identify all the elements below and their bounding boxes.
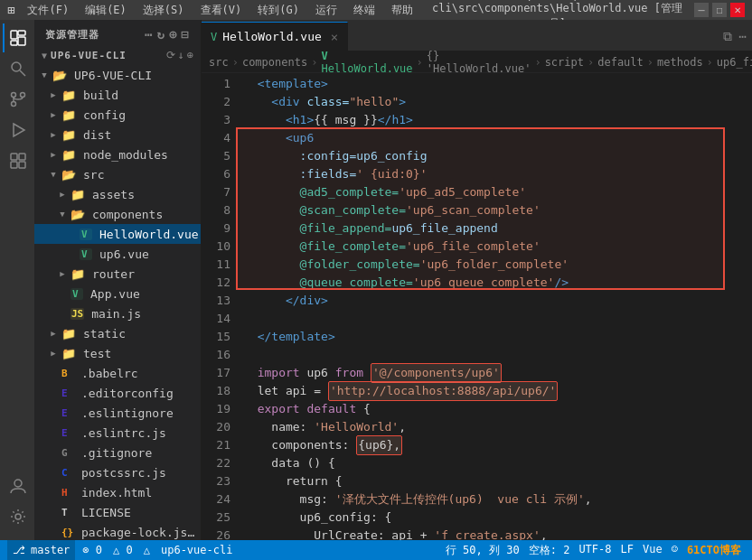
breadcrumb-method-name[interactable]: up6_file_complete — [717, 56, 752, 69]
tree-item-helloworld-vue[interactable]: VHelloWorld.vue — [34, 224, 201, 244]
new-folder-icon[interactable]: ⊕ — [187, 49, 193, 61]
tree-file-icon: 📁 — [61, 128, 76, 142]
breadcrumb-component-name[interactable]: {} 'HelloWorld.vue' — [427, 50, 531, 75]
code-line: msg: '泽优大文件上传控件(up6) vue cli 示例', — [243, 490, 752, 509]
tree-item-up6-vue-cli[interactable]: ▼📂UP6-VUE-CLI — [34, 65, 201, 85]
tree-item-up6-vue[interactable]: Vup6.vue — [34, 244, 201, 264]
tree-item-label: test — [83, 347, 201, 360]
split-editor-icon[interactable]: ⧉ — [721, 27, 734, 46]
code-line — [243, 310, 752, 328]
svg-rect-2 — [18, 37, 25, 45]
maximize-button[interactable]: □ — [712, 3, 727, 17]
tree-file-icon: B — [61, 368, 74, 379]
activity-account[interactable] — [3, 471, 32, 500]
refresh-icon[interactable]: ⟳ — [166, 49, 175, 61]
tree-item-app-vue[interactable]: VApp.vue — [34, 284, 201, 303]
code-token: export default — [243, 400, 363, 418]
activity-settings[interactable] — [3, 502, 32, 531]
breadcrumb: src › components › V HelloWorld.vue › {}… — [202, 51, 752, 73]
sidebar-icon-new-file[interactable]: ⊕ — [169, 27, 177, 42]
tree-item-dist[interactable]: ▶📁dist — [34, 125, 201, 145]
sidebar: 资源管理器 ⋯ ↻ ⊕ ⊟ ▼ UP6-VUE-CLI ⟳ ↓ ⊕ ▼📂UP6-… — [34, 20, 202, 540]
breadcrumb-default[interactable]: default — [597, 56, 644, 69]
code-token: </template> — [243, 328, 335, 346]
code-content[interactable]: <template> <div class="hello"> <h1>{{ ms… — [236, 73, 752, 540]
code-token: , — [399, 418, 406, 436]
tree-arrow: ▼ — [47, 170, 60, 179]
menu-file[interactable]: 文件(F) — [20, 1, 76, 20]
svg-rect-0 — [11, 31, 17, 39]
tree-item-license[interactable]: TLICENSE — [34, 502, 201, 522]
status-encoding[interactable]: UTF-8 — [575, 543, 615, 558]
line-number: 9 — [202, 219, 230, 238]
line-number: 3 — [202, 111, 230, 129]
menu-select[interactable]: 选择(S) — [136, 1, 192, 20]
tree-item-build[interactable]: ▶📁build — [34, 85, 201, 105]
download-icon[interactable]: ↓ — [178, 49, 184, 61]
status-warnings[interactable]: △ 0 — [109, 544, 136, 556]
activity-search[interactable] — [3, 54, 32, 83]
sidebar-icon-collapse[interactable]: ⊟ — [182, 27, 190, 42]
status-language[interactable]: Vue — [639, 543, 666, 558]
tree-item-package-lock-json[interactable]: {}package-lock.json — [34, 522, 201, 540]
status-errors[interactable]: ⊗ 0 — [79, 544, 106, 556]
breadcrumb-script[interactable]: script — [545, 56, 584, 69]
activity-debug[interactable] — [3, 116, 32, 145]
tab-close-button[interactable]: × — [331, 30, 338, 44]
status-info[interactable]: △ — [140, 544, 154, 556]
breadcrumb-src[interactable]: src — [209, 56, 229, 69]
tree-arrow: ▼ — [56, 210, 69, 219]
minimize-button[interactable]: ─ — [694, 3, 709, 17]
status-position[interactable]: 行 50, 列 30 — [442, 543, 523, 558]
menu-edit[interactable]: 编辑(E) — [78, 1, 134, 20]
menu-help[interactable]: 帮助 — [384, 1, 420, 20]
tree-item-src[interactable]: ▼📂src — [34, 164, 201, 184]
tree-item--gitignore[interactable]: G.gitignore — [34, 443, 201, 462]
tree-item-label: App.vue — [90, 287, 201, 301]
code-token: {{ msg }} — [314, 111, 377, 129]
sidebar-title: 资源管理器 — [45, 28, 99, 42]
tree-item-label: .babelrc — [81, 367, 201, 380]
tree-item--editorconfig[interactable]: E.editorconfig — [34, 383, 201, 403]
tree-item-label: assets — [92, 188, 201, 201]
close-button[interactable]: ✕ — [730, 3, 745, 17]
activity-explorer[interactable] — [3, 23, 32, 52]
breadcrumb-file[interactable]: V HelloWorld.vue — [321, 50, 412, 75]
tree-item-config[interactable]: ▶📁config — [34, 105, 201, 125]
activity-git[interactable] — [3, 85, 32, 114]
tree-item-test[interactable]: ▶📁test — [34, 343, 201, 363]
tree-item-assets[interactable]: ▶📁assets — [34, 184, 201, 204]
status-project[interactable]: up6-vue-cli — [157, 544, 236, 556]
sidebar-icon-menu[interactable]: ⋯ — [145, 27, 153, 42]
breadcrumb-methods[interactable]: methods — [657, 56, 703, 69]
menu-terminal[interactable]: 终端 — [346, 1, 382, 20]
git-branch[interactable]: ⎇ master — [7, 540, 75, 560]
activity-extensions[interactable] — [3, 146, 32, 175]
menu-run[interactable]: 运行 — [308, 1, 344, 20]
status-smiley[interactable]: ☺ — [668, 543, 682, 558]
menu-view[interactable]: 查看(V) — [193, 1, 249, 20]
tab-helloworld[interactable]: V HelloWorld.vue × — [202, 22, 348, 51]
tree-item-components[interactable]: ▼📂components — [34, 204, 201, 224]
tree-file-icon: 📂 — [52, 69, 67, 82]
status-spaces[interactable]: 空格: 2 — [525, 543, 574, 558]
tree-item-static[interactable]: ▶📁static — [34, 323, 201, 343]
tree-item-postcssrc-js[interactable]: Cpostcssrc.js — [34, 462, 201, 482]
breadcrumb-components[interactable]: components — [242, 56, 307, 69]
code-token: , — [585, 490, 592, 509]
menu-goto[interactable]: 转到(G) — [250, 1, 306, 20]
more-actions-icon[interactable]: ⋯ — [738, 27, 748, 45]
status-line-ending[interactable]: LF — [617, 543, 637, 558]
project-header[interactable]: ▼ UP6-VUE-CLI ⟳ ↓ ⊕ — [34, 45, 201, 65]
tree-item-index-html[interactable]: Hindex.html — [34, 482, 201, 502]
tree-item-main-js[interactable]: JSmain.js — [34, 303, 201, 323]
tree-item--babelrc[interactable]: B.babelrc — [34, 363, 201, 383]
tree-file-icon: E — [61, 427, 74, 439]
code-editor[interactable]: 1234567891011121314151617181920212223242… — [202, 73, 752, 540]
tree-item--eslintignore[interactable]: E.eslintignore — [34, 403, 201, 423]
tree-item-node_modules[interactable]: ▶📁node_modules — [34, 145, 201, 164]
code-token: 'up6_folder_complete' — [420, 256, 569, 274]
tree-item--eslintrc-js[interactable]: E.eslintrc.js — [34, 423, 201, 443]
tree-item-router[interactable]: ▶📁router — [34, 264, 201, 284]
sidebar-icon-refresh[interactable]: ↻ — [157, 27, 165, 42]
